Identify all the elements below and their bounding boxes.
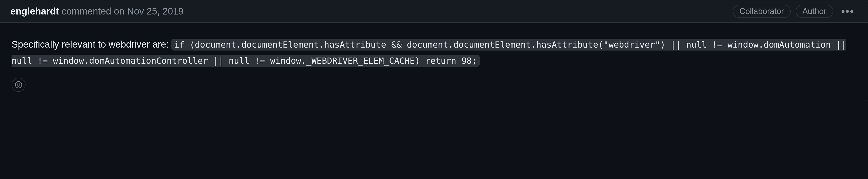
collaborator-badge: Collaborator <box>733 5 791 18</box>
smiley-icon <box>14 80 23 89</box>
comment-timestamp[interactable]: commented on Nov 25, 2019 <box>62 6 184 17</box>
svg-point-2 <box>20 84 20 84</box>
kebab-menu-icon[interactable]: ••• <box>838 6 858 16</box>
author-badge: Author <box>796 5 833 18</box>
reaction-row <box>0 78 868 102</box>
add-reaction-button[interactable] <box>11 78 26 92</box>
comment-header-left: englehardt commented on Nov 25, 2019 <box>10 6 184 17</box>
svg-point-0 <box>16 82 22 88</box>
comment-header: englehardt commented on Nov 25, 2019 Col… <box>0 0 868 23</box>
comment-body: Specifically relevant to webdriver are: … <box>0 23 868 78</box>
comment-header-right: Collaborator Author ••• <box>733 5 858 18</box>
author-link[interactable]: englehardt <box>10 6 59 17</box>
comment-text: Specifically relevant to webdriver are: <box>11 39 171 50</box>
comment-container: englehardt commented on Nov 25, 2019 Col… <box>0 0 868 102</box>
svg-point-1 <box>17 84 18 84</box>
